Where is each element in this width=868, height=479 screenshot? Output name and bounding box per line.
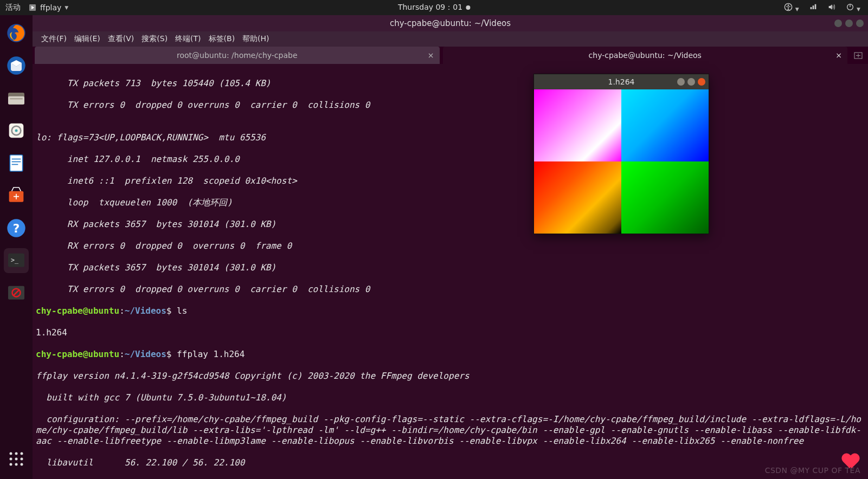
clock-label: Thursday 09：01 — [398, 3, 462, 12]
window-close-button[interactable] — [856, 20, 864, 27]
menu-help[interactable]: 帮助(H) — [240, 33, 271, 45]
terminal-line: TX errors 0 dropped 0 overruns 0 carrier… — [36, 100, 865, 111]
svg-point-29 — [10, 458, 12, 461]
ffplay-titlebar[interactable]: 1.h264 — [534, 74, 709, 89]
notification-dot-icon — [466, 5, 470, 10]
svg-point-28 — [21, 452, 23, 455]
terminal-menubar: 文件(F) 编辑(E) 查看(V) 搜索(S) 终端(T) 标签(B) 帮助(H… — [33, 31, 868, 47]
firefox-launcher[interactable] — [4, 21, 29, 46]
svg-point-13 — [15, 130, 18, 132]
activities-button[interactable]: 活动 — [5, 3, 21, 12]
libreoffice-writer-launcher[interactable] — [4, 151, 29, 176]
terminal-tabstrip: root@ubuntu: /home/chy-cpabe × chy-cpabe… — [33, 47, 868, 64]
files-launcher[interactable] — [4, 86, 29, 111]
terminal-line: libavutil 56. 22.100 / 56. 22.100 — [36, 457, 865, 468]
svg-text:?: ? — [13, 222, 20, 235]
terminal-line: configuration: --prefix=/home/chy-cpabe/… — [36, 414, 865, 446]
svg-text:>_: >_ — [11, 256, 19, 264]
accessibility-icon — [784, 3, 793, 11]
power-menu[interactable]: ▼ — [846, 3, 860, 13]
terminal-line: RX errors 0 dropped 0 overruns 0 frame 0 — [36, 241, 865, 251]
close-icon[interactable]: × — [428, 51, 434, 60]
svg-rect-16 — [12, 161, 21, 163]
video-quadrant — [534, 89, 621, 161]
terminal-line: TX errors 0 dropped 0 overruns 0 carrier… — [36, 284, 865, 295]
terminal-line: 1.h264 — [36, 327, 865, 338]
tab-label: chy-cpabe@ubuntu: ~/Videos — [589, 51, 702, 60]
menu-edit[interactable]: 编辑(E) — [72, 33, 102, 45]
window-minimize-button[interactable] — [677, 78, 685, 86]
heart-icon — [842, 454, 859, 469]
terminal-line: inet 127.0.0.1 netmask 255.0.0.0 — [36, 154, 865, 165]
ffplay-window[interactable]: 1.h264 — [533, 74, 709, 234]
svg-rect-14 — [10, 155, 22, 171]
network-icon[interactable] — [809, 3, 818, 13]
menu-search[interactable]: 搜索(S) — [139, 33, 170, 45]
app-menu-label: ffplay — [40, 3, 61, 12]
svg-point-3 — [788, 4, 789, 6]
terminal-tab-1[interactable]: chy-cpabe@ubuntu: ~/Videos × — [443, 47, 848, 64]
tab-label: root@ubuntu: /home/chy-cpabe — [177, 51, 298, 60]
menu-tabs[interactable]: 标签(B) — [207, 33, 237, 45]
ubuntu-software-launcher[interactable] — [4, 183, 29, 208]
show-applications-button[interactable] — [4, 446, 29, 471]
terminal-line: TX packets 713 bytes 105440 (105.4 KB) — [36, 78, 865, 89]
window-minimize-button[interactable] — [834, 20, 842, 27]
rhythmbox-launcher[interactable] — [4, 118, 29, 143]
svg-point-32 — [10, 463, 12, 466]
svg-point-30 — [15, 458, 18, 461]
menu-terminal[interactable]: 终端(T) — [173, 33, 203, 45]
ubuntu-dock: ? >_ — [0, 15, 33, 479]
terminal-line: TX packets 3657 bytes 301014 (301.0 KB) — [36, 262, 865, 273]
menu-file[interactable]: 文件(F) — [39, 33, 69, 45]
window-maximize-button[interactable] — [687, 78, 695, 86]
volume-icon[interactable] — [827, 3, 836, 13]
svg-point-31 — [21, 458, 23, 461]
svg-rect-10 — [10, 98, 22, 100]
svg-rect-9 — [8, 96, 24, 105]
thunderbird-launcher[interactable] — [4, 53, 29, 78]
video-quadrant — [534, 161, 621, 234]
video-quadrant — [621, 161, 709, 234]
close-icon[interactable]: × — [835, 51, 842, 60]
terminal-line: lo: flags=73<UP,LOOPBACK,RUNNING> mtu 65… — [36, 132, 865, 143]
window-maximize-button[interactable] — [845, 20, 853, 27]
window-titlebar[interactable]: chy-cpabe@ubuntu: ~/Videos — [33, 15, 868, 31]
accessibility-menu[interactable]: ▼ — [784, 3, 799, 13]
svg-point-33 — [15, 463, 18, 466]
prompt-line: chy-cpabe@ubuntu:~/Videos$ ffplay 1.h264 — [36, 349, 865, 360]
video-quadrant — [621, 89, 709, 161]
terminal-line: RX packets 3657 bytes 301014 (301.0 KB) — [36, 219, 865, 230]
terminal-tab-0[interactable]: root@ubuntu: /home/chy-cpabe × — [35, 47, 440, 64]
ffplay-app-icon — [28, 3, 37, 12]
ffplay-video-canvas — [534, 89, 709, 234]
svg-rect-17 — [12, 164, 18, 165]
clock[interactable]: Thursday 09：01 — [398, 3, 470, 12]
window-close-button[interactable] — [698, 78, 705, 86]
terminal-line: built with gcc 7 (Ubuntu 7.5.0-3ubuntu1~… — [36, 392, 865, 403]
help-launcher[interactable]: ? — [4, 216, 29, 241]
menu-view[interactable]: 查看(V) — [106, 33, 137, 45]
new-tab-button[interactable] — [851, 47, 866, 64]
app-menu[interactable]: ffplay ▼ — [28, 3, 68, 12]
terminal-line: inet6 ::1 prefixlen 128 scopeid 0x10<hos… — [36, 176, 865, 186]
terminal-content[interactable]: TX packets 713 bytes 105440 (105.4 KB) T… — [33, 64, 868, 479]
ffplay-title-text: 1.h264 — [608, 77, 635, 86]
svg-rect-15 — [12, 159, 21, 160]
chevron-down-icon: ▼ — [65, 5, 68, 10]
blocked-app-launcher[interactable] — [4, 281, 29, 306]
prompt-line: chy-cpabe@ubuntu:~/Videos$ ls — [36, 306, 865, 316]
gnome-topbar: 活动 ffplay ▼ Thursday 09：01 ▼ ▼ — [0, 0, 868, 15]
svg-point-34 — [21, 463, 23, 466]
terminal-launcher[interactable]: >_ — [4, 248, 29, 273]
svg-point-27 — [15, 452, 18, 455]
terminal-line: loop txqueuelen 1000 (本地环回) — [36, 197, 865, 208]
new-tab-icon — [854, 51, 863, 60]
terminal-line: ffplay version n4.1.4-319-g2f54cd9548 Co… — [36, 371, 865, 381]
window-title-text: chy-cpabe@ubuntu: ~/Videos — [390, 18, 511, 28]
svg-point-26 — [10, 452, 12, 455]
